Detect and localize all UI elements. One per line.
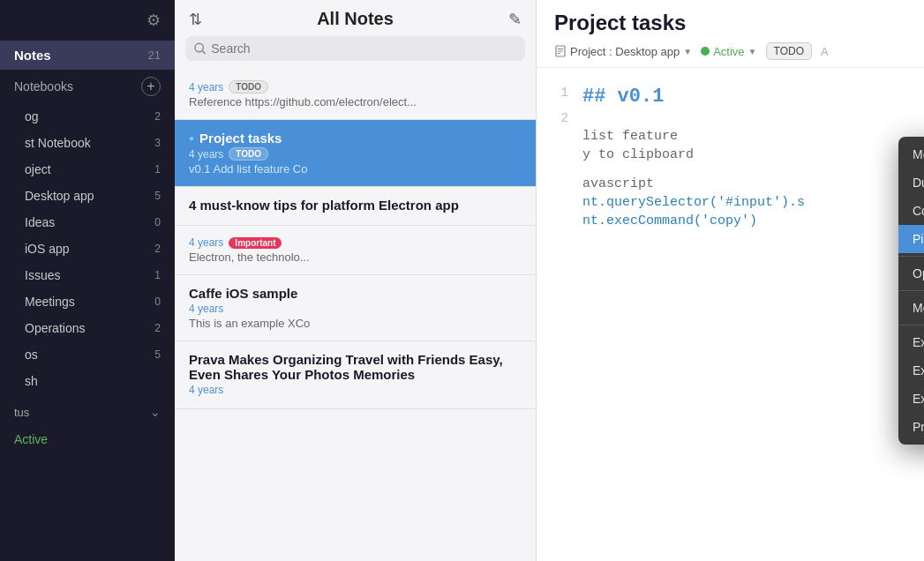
note-preview: Reference https://github.com/electron/el… (189, 95, 507, 108)
menu-item-move-notebook[interactable]: Move to Notebook.. M (898, 140, 924, 168)
sidebar-log-label: og (25, 109, 39, 123)
note-preview: This is an example XCo (189, 317, 507, 330)
menu-label: Pin to Top (913, 232, 924, 246)
sidebar-sh-label: sh (25, 374, 38, 388)
document-icon (554, 45, 567, 57)
add-notebook-button[interactable]: + (141, 77, 161, 96)
content-body: 1 ## v0.1 2 list feature y to clipboard … (537, 68, 924, 561)
sidebar-item-log[interactable]: og 2 (0, 103, 175, 130)
new-note-icon[interactable]: ✎ (508, 10, 522, 29)
sidebar-ideas-label: Ideas (25, 215, 55, 229)
list-item[interactable]: ● Project tasks 4 years TODO v0.1 Add li… (175, 120, 536, 187)
sidebar-status-label: tus (14, 406, 29, 419)
search-bar[interactable] (185, 36, 525, 61)
active-dot-icon (701, 47, 710, 56)
code-line: list feature (554, 129, 906, 144)
project-label: Project : Desktop app (570, 45, 680, 58)
sidebar-st-notebook-label: st Notebook (25, 136, 91, 150)
svg-line-1 (202, 51, 205, 54)
sidebar-desktop-app-count: 5 (154, 190, 161, 202)
search-input[interactable] (211, 41, 516, 56)
menu-item-move-trash[interactable]: Move to Trash ⌘⌫ (898, 294, 924, 322)
more-text: A (821, 45, 829, 58)
sidebar-item-sh[interactable]: sh (0, 368, 175, 394)
todo-badge: TODO (766, 42, 812, 60)
menu-item-pin-to-top[interactable]: Pin to Top P (898, 225, 924, 253)
list-item[interactable]: 4 years TODO Reference https://github.co… (175, 70, 536, 120)
sidebar-ideas-count: 0 (154, 216, 161, 228)
list-item[interactable]: 4 years Important Electron, the technolo… (175, 226, 536, 275)
list-item[interactable]: 4 must-know tips for platform Electron a… (175, 187, 536, 226)
sidebar-item-desktop-app[interactable]: Desktop app 5 (0, 183, 175, 209)
content-header: Project tasks Project : Desktop app ▼ Ac… (537, 0, 924, 68)
notes-list: ⇅ All Notes ✎ 4 years TODO Reference htt… (175, 0, 537, 561)
code-line: nt.querySelector('#input').s (554, 195, 906, 210)
sidebar-bottom: tus ⌄ (0, 398, 175, 426)
sidebar-item-project[interactable]: oject 1 (0, 156, 175, 183)
code-line: 2 (554, 111, 906, 125)
notes-list-title: All Notes (202, 9, 508, 29)
active-status[interactable]: Active ▼ (701, 45, 756, 58)
sidebar-os-count: 5 (154, 348, 161, 361)
sidebar-ios-app-label: iOS app (25, 242, 70, 256)
menu-item-copy-note-link[interactable]: Copy Note Link ⌘C (898, 197, 924, 225)
sidebar-active-item[interactable]: Active (0, 426, 175, 453)
list-item[interactable]: Caffe iOS sample 4 years This is an exam… (175, 275, 536, 341)
content-meta: Project : Desktop app ▼ Active ▼ TODO A (554, 42, 906, 60)
sidebar-item-issues[interactable]: Issues 1 (0, 262, 175, 288)
menu-label: Export As Markdown.. (913, 363, 924, 378)
menu-item-duplicate[interactable]: Duplicate ⌘D (898, 168, 924, 197)
note-age: 4 years (189, 148, 223, 161)
menu-label: Move to Notebook.. (913, 147, 924, 161)
sidebar-active-label: Active (14, 432, 48, 446)
note-preview: v0.1 Add list feature Co (189, 162, 507, 176)
chevron-down-icon: ▼ (748, 47, 757, 56)
list-item[interactable]: Prava Makes Organizing Travel with Frien… (175, 341, 536, 409)
gear-icon[interactable]: ⚙ (146, 11, 161, 30)
chevron-down-icon[interactable]: ⌄ (150, 405, 161, 419)
menu-label: Move to Trash (913, 301, 924, 315)
sidebar-log-count: 2 (154, 110, 161, 123)
active-label: Active (713, 45, 744, 58)
sidebar-issues-count: 1 (154, 269, 161, 281)
sidebar-notes-label: Notes (14, 48, 51, 63)
sidebar-item-os[interactable]: os 5 (0, 341, 175, 368)
note-title: ● Project tasks (189, 131, 522, 146)
note-badge: TODO (229, 147, 268, 161)
sidebar-item-notes[interactable]: Notes 21 (0, 41, 175, 70)
context-menu: Move to Notebook.. M Duplicate ⌘D Copy N… (898, 137, 924, 445)
menu-label: Print.. (913, 420, 924, 434)
content-title: Project tasks (554, 11, 906, 35)
sidebar-meetings-label: Meetings (25, 295, 75, 309)
sidebar-item-operations[interactable]: Operations 2 (0, 315, 175, 341)
sidebar-item-ios-app[interactable]: iOS app 2 (0, 236, 175, 262)
sidebar-notebooks: Notebooks + (0, 70, 175, 103)
content-area: Project tasks Project : Desktop app ▼ Ac… (537, 0, 924, 561)
sidebar-notebooks-label: Notebooks (14, 79, 73, 94)
sidebar-desktop-app-label: Desktop app (25, 189, 94, 203)
sort-icon[interactable]: ⇅ (189, 10, 202, 29)
menu-item-print[interactable]: Print.. ⇧⌘P (898, 413, 924, 441)
menu-item-export-markdown[interactable]: Export As Markdown.. (898, 356, 924, 385)
sidebar-os-label: os (25, 348, 38, 362)
sidebar-operations-label: Operations (25, 321, 85, 335)
sidebar-item-st-notebook[interactable]: st Notebook 3 (0, 130, 175, 156)
menu-label: Export As HTML.. (913, 335, 924, 349)
menu-item-export-pdf[interactable]: Export As PDF.. (898, 385, 924, 413)
sidebar-item-ideas[interactable]: Ideas 0 (0, 209, 175, 236)
note-age: 4 years (189, 303, 223, 315)
chevron-down-icon: ▼ (683, 47, 692, 56)
note-age: 4 years (189, 384, 223, 396)
menu-label: Export As PDF.. (913, 392, 924, 406)
code-line: 1 ## v0.1 (554, 86, 906, 108)
menu-item-export-html[interactable]: Export As HTML.. (898, 328, 924, 356)
sidebar-ios-app-count: 2 (154, 243, 161, 255)
menu-item-open-separate[interactable]: Open in Separate Window ⇧↵ (898, 259, 924, 288)
sidebar-issues-label: Issues (25, 268, 60, 282)
sidebar: ⚙ Notes 21 Notebooks + og 2 st Notebook … (0, 0, 175, 561)
note-age: 4 years (189, 81, 223, 94)
sidebar-project-count: 1 (154, 163, 161, 176)
project-meta[interactable]: Project : Desktop app ▼ (554, 45, 692, 58)
sidebar-item-meetings[interactable]: Meetings 0 (0, 288, 175, 315)
note-age: 4 years (189, 236, 223, 249)
